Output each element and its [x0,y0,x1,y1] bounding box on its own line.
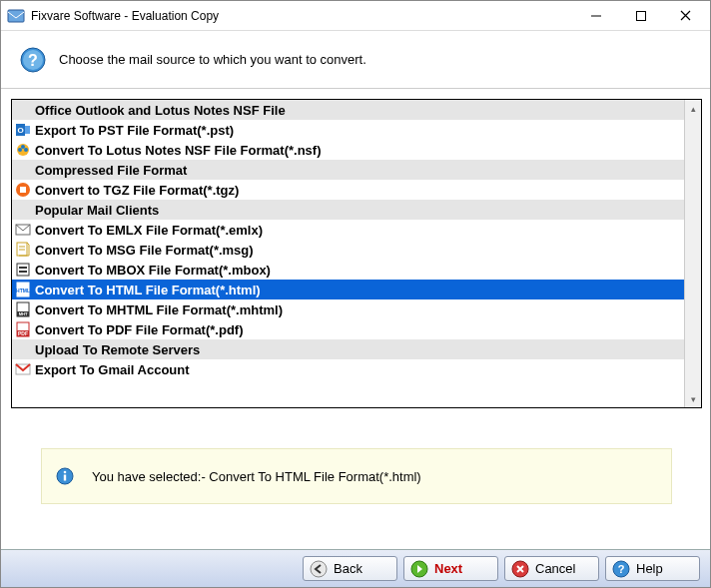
list-item-label: Convert To MHTML File Format(*.mhtml) [35,302,283,317]
svg-point-34 [311,561,327,577]
lotus-icon [15,142,31,158]
list-header: Office Outlook and Lotus Notes NSF File [12,100,684,120]
tgz-icon [15,182,31,198]
list-header: Popular Mail Clients [12,200,684,220]
svg-rect-33 [64,475,66,481]
scroll-track[interactable] [685,117,701,390]
back-button[interactable]: Back [303,556,397,581]
format-list: Office Outlook and Lotus Notes NSF FileO… [11,99,702,408]
svg-text:MHT: MHT [19,311,28,316]
info-icon [56,467,74,485]
list-item[interactable]: Export To Gmail Account [12,359,684,379]
list-header: Compressed File Format [12,160,684,180]
svg-rect-7 [25,126,30,134]
gmail-icon [15,361,31,377]
html-icon: HTML [15,282,31,297]
next-icon [410,560,428,578]
svg-text:?: ? [618,563,625,575]
list-item[interactable]: Convert To MBOX File Format(*.mbox) [12,260,684,280]
svg-text:?: ? [28,52,38,69]
help-button[interactable]: ? Help [605,556,700,581]
scroll-up[interactable]: ▴ [685,100,701,117]
svg-rect-20 [19,267,27,269]
list-item-label: Convert To EMLX File Format(*.emlx) [35,223,263,238]
list-item[interactable]: Convert To MSG File Format(*.msg) [12,240,684,260]
help-label: Help [636,561,663,576]
list-item-label: Convert To Lotus Notes NSF File Format(*… [35,143,322,158]
list-item[interactable]: Convert To Lotus Notes NSF File Format(*… [12,140,684,160]
msg-icon [15,242,31,258]
next-button[interactable]: Next [403,556,498,581]
svg-point-12 [21,145,25,149]
list-item[interactable]: Convert To EMLX File Format(*.emlx) [12,220,684,240]
cancel-label: Cancel [535,561,575,576]
svg-point-10 [18,148,22,152]
list-item[interactable]: MHTConvert To MHTML File Format(*.mhtml) [12,299,684,319]
cancel-button[interactable]: Cancel [504,556,599,581]
svg-text:O: O [17,126,23,135]
close-button[interactable] [663,2,708,30]
back-icon [310,560,328,578]
list-header: Upload To Remote Servers [12,339,684,359]
minimize-button[interactable] [573,2,618,30]
next-label: Next [434,561,462,576]
back-label: Back [334,561,362,576]
status-box: You have selected:- Convert To HTML File… [41,448,672,504]
titlebar: Fixvare Software - Evaluation Copy [1,1,710,31]
scroll-down[interactable]: ▾ [685,390,701,407]
list-item-label: Export To Gmail Account [35,362,190,377]
list-item-label: Upload To Remote Servers [35,342,200,357]
list-item-label: Convert To HTML File Format(*.html) [35,283,261,297]
svg-rect-14 [20,187,26,193]
list-item[interactable]: OExport To PST File Format(*.pst) [12,120,684,140]
window-controls [573,2,708,30]
list-item[interactable]: PDFConvert To PDF File Format(*.pdf) [12,319,684,339]
app-icon [7,7,25,25]
maximize-button[interactable] [618,2,663,30]
main-area: Office Outlook and Lotus Notes NSF FileO… [1,89,710,510]
list-item[interactable]: Convert to TGZ File Format(*.tgz) [12,180,684,200]
list-item-label: Compressed File Format [35,163,187,178]
pdf-icon: PDF [15,321,31,337]
mbox-icon [15,262,31,278]
svg-rect-0 [8,10,24,22]
status-text: You have selected:- Convert To HTML File… [92,469,421,484]
svg-text:HTML: HTML [16,288,30,294]
list-item-label: Popular Mail Clients [35,203,159,218]
svg-text:PDF: PDF [18,330,28,336]
svg-point-32 [64,471,67,474]
svg-rect-21 [19,271,27,273]
instruction-bar: ? Choose the mail source to which you wa… [1,31,710,89]
list-item-label: Convert To PDF File Format(*.pdf) [35,322,243,337]
emlx-icon [15,222,31,238]
list-item-label: Export To PST File Format(*.pst) [35,123,234,138]
outlook-icon: O [15,122,31,138]
list-item[interactable]: HTMLConvert To HTML File Format(*.html) [12,280,684,299]
instruction-text: Choose the mail source to which you want… [59,52,366,67]
list-item-label: Convert To MSG File Format(*.msg) [35,243,254,258]
footer: Back Next Cancel ? Help [1,549,710,587]
svg-point-11 [24,148,28,152]
list-item-label: Convert To MBOX File Format(*.mbox) [35,263,271,278]
mhtml-icon: MHT [15,301,31,317]
list-item-label: Office Outlook and Lotus Notes NSF File [35,103,286,118]
question-icon: ? [19,46,47,74]
svg-rect-2 [636,11,645,20]
svg-rect-19 [17,264,29,276]
window-title: Fixvare Software - Evaluation Copy [31,9,573,23]
scrollbar[interactable]: ▴ ▾ [684,100,701,407]
cancel-icon [511,560,529,578]
help-icon: ? [612,560,630,578]
list-item-label: Convert to TGZ File Format(*.tgz) [35,183,239,198]
